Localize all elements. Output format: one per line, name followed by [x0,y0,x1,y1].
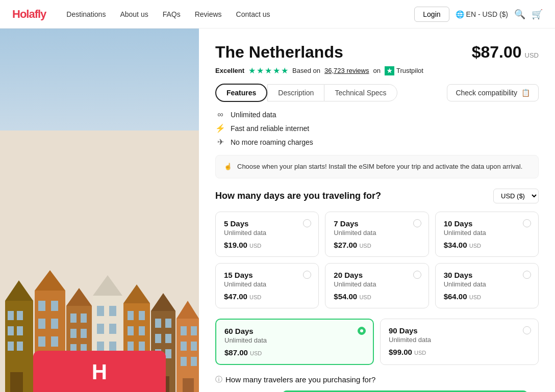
svg-marker-3 [5,280,33,301]
svg-marker-32 [93,275,122,296]
feature-text-2: No more roaming charges [231,138,313,146]
currency-selector[interactable]: USD ($) [493,189,539,203]
svg-rect-37 [97,342,104,352]
info-icon: ☝️ [224,162,232,172]
nav-faqs[interactable]: FAQs [163,10,181,18]
nav-about[interactable]: About us [120,10,148,18]
plan-60-days[interactable]: 60 Days Unlimited data $87.00 USD [215,319,374,365]
cart-icon[interactable]: 🛒 [532,9,543,20]
rating-row: Excellent ★ ★ ★ ★ ★ Based on 36,723 revi… [215,66,539,75]
language-label: EN - USD ($) [466,10,508,18]
trustpilot-label: Trustpilot [396,67,423,74]
check-compat-label: Check compatibility [456,89,517,97]
svg-rect-64 [181,342,187,351]
svg-rect-6 [8,326,14,335]
nav-contact[interactable]: Contact us [236,10,270,18]
star-3: ★ [265,66,272,75]
check-compatibility-button[interactable]: Check compatibility 📋 [447,84,539,101]
plan-7-days[interactable]: 7 Days Unlimited data $27.00 USD [325,212,428,257]
plan-radio-60 [358,327,366,335]
svg-rect-33 [97,306,104,316]
svg-rect-35 [97,324,104,334]
search-icon[interactable]: 🔍 [514,9,525,20]
unlimited-icon: ∞ [215,110,225,119]
travelers-section: ⓘ How many travelers are you purchasing … [215,375,539,393]
tab-tech-specs[interactable]: Technical Specs [324,84,397,101]
star-2: ★ [257,66,264,75]
rating-label: Excellent [215,67,244,74]
svg-rect-67 [191,357,197,366]
plan-7-data: Unlimited data [334,229,420,237]
star-1: ★ [248,66,256,75]
plan-15-days[interactable]: 15 Days Unlimited data $47.00 USD [215,263,319,308]
nav-destinations[interactable]: Destinations [66,10,106,18]
plan-30-data: Unlimited data [444,280,530,288]
svg-rect-27 [81,329,87,338]
plan-15-price: $47.00 USD [224,292,310,301]
reviews-on-label: on [373,67,380,74]
svg-rect-63 [191,326,197,335]
svg-rect-56 [165,334,171,343]
plan-15-name: 15 Days [224,271,310,279]
product-detail-panel: The Netherlands $87.00 USD Excellent ★ ★… [199,29,555,392]
svg-rect-25 [81,313,87,323]
svg-rect-49 [139,342,145,351]
plan-30-days[interactable]: 30 Days Unlimited data $64.00 USD [435,263,539,308]
nav-right: Login 🌐 EN - USD ($) 🔍 🛒 [414,7,543,22]
feature-fast-internet: ⚡ Fast and reliable internet [215,123,539,133]
info-text: Choose when your plan starts! Install th… [237,162,522,172]
tab-features[interactable]: Features [215,84,267,102]
svg-rect-46 [128,326,134,335]
plan-10-data: Unlimited data [444,229,530,237]
feature-text-0: Unlimited data [231,111,276,119]
svg-rect-5 [17,311,23,320]
plan-7-price: $27.00 USD [334,241,420,249]
plan-20-days[interactable]: 20 Days Unlimited data $54.00 USD [325,263,428,308]
plan-radio-90 [523,326,531,334]
plan-5-data: Unlimited data [224,229,310,237]
svg-marker-23 [66,288,92,306]
holafly-h-letter: H [92,360,107,384]
nav-links: Destinations About us FAQs Reviews Conta… [66,10,414,18]
svg-rect-13 [38,301,45,311]
trustpilot-icon: ★ [385,66,394,75]
language-selector[interactable]: 🌐 EN - USD ($) [456,10,508,18]
plan-5-days[interactable]: 5 Days Unlimited data $19.00 USD [215,212,319,257]
device-icon: 📋 [521,89,530,97]
info-banner: ☝️ Choose when your plan starts! Install… [215,155,539,178]
star-4: ★ [273,66,280,75]
svg-rect-58 [165,349,171,358]
plan-30-name: 30 Days [444,271,530,279]
svg-rect-16 [51,319,58,329]
help-icon: ⓘ [215,375,222,384]
features-list: ∞ Unlimited data ⚡ Fast and reliable int… [215,110,539,147]
reviews-link[interactable]: 36,723 reviews [324,67,369,74]
plan-10-price: $34.00 USD [444,241,530,249]
plan-10-days[interactable]: 10 Days Unlimited data $34.00 USD [435,212,539,257]
travelers-controls-row: - + Get unlimited internet [215,390,539,393]
svg-rect-44 [128,311,134,320]
plan-grid-secondary: 60 Days Unlimited data $87.00 USD 90 Day… [215,319,539,365]
svg-rect-62 [181,326,187,335]
plan-90-price: $99.00 USD [389,348,530,356]
plan-radio-15 [303,271,311,279]
login-button[interactable]: Login [414,7,449,22]
plan-60-data: Unlimited data [224,336,365,344]
product-image-panel: H Scan the QR code and connect instantly [0,29,199,392]
plan-90-days[interactable]: 90 Days Unlimited data $99.00 USD [380,319,539,365]
tab-description[interactable]: Description [267,84,324,101]
svg-rect-4 [8,311,14,320]
buy-button[interactable]: Get unlimited internet [283,390,527,393]
nav-reviews[interactable]: Reviews [195,10,222,18]
trustpilot-badge: ★ Trustpilot [385,66,423,75]
holafly-logo-card: H [33,351,166,393]
plan-60-name: 60 Days [224,327,365,335]
svg-rect-45 [139,311,145,320]
plan-7-name: 7 Days [334,219,420,228]
days-title: How many days are you traveling for? [215,191,381,201]
lightning-icon: ⚡ [215,123,225,133]
plan-20-data: Unlimited data [334,280,420,288]
feature-unlimited-data: ∞ Unlimited data [215,110,539,119]
svg-rect-66 [181,357,187,366]
plan-30-price: $64.00 USD [444,292,530,301]
